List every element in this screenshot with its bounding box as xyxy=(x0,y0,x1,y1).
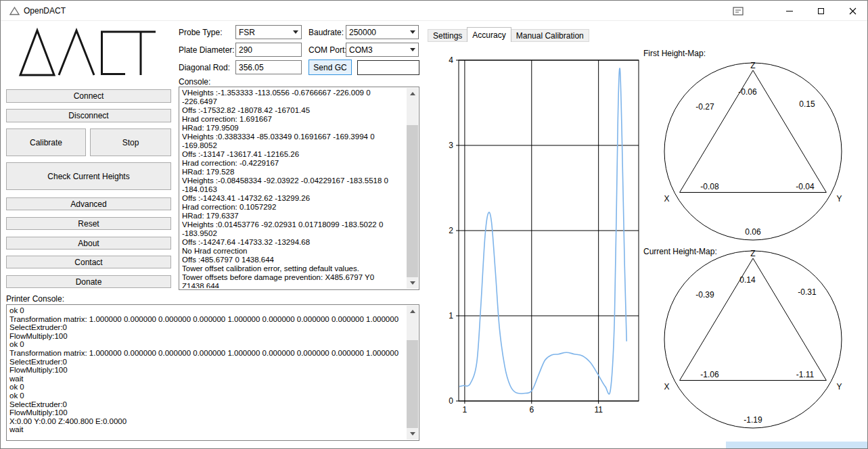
svg-text:-0.06: -0.06 xyxy=(738,87,757,97)
background-window-edge xyxy=(726,442,868,449)
dact-logo xyxy=(18,25,158,82)
svg-text:0.14: 0.14 xyxy=(739,275,756,285)
svg-text:0.06: 0.06 xyxy=(745,227,761,237)
svg-text:6: 6 xyxy=(529,405,534,415)
svg-text:11: 11 xyxy=(594,405,603,415)
probe-type-label: Probe Type: xyxy=(179,28,223,37)
minimize-icon xyxy=(786,11,793,11)
advanced-button[interactable]: Advanced xyxy=(6,197,171,210)
window-title: OpenDACT xyxy=(24,6,66,16)
maximize-button[interactable] xyxy=(805,1,837,21)
about-button[interactable]: About xyxy=(6,237,171,250)
maximize-icon xyxy=(818,8,824,14)
svg-text:Z: Z xyxy=(750,249,755,258)
svg-text:Y: Y xyxy=(836,194,842,204)
donate-button[interactable]: Donate xyxy=(6,275,171,288)
accuracy-chart: 012341611 xyxy=(438,53,649,424)
scrollbar-thumb[interactable] xyxy=(407,340,418,428)
com-port-label: COM Port: xyxy=(309,45,347,55)
titlebar-widget-icon[interactable] xyxy=(733,6,745,16)
plate-diameter-input[interactable] xyxy=(235,43,302,57)
printer-console-label: Printer Console: xyxy=(6,294,64,304)
svg-text:1: 1 xyxy=(463,405,467,415)
current-height-map: ZXY0.14-0.39-0.31-1.06-1.11-1.19 xyxy=(639,241,867,440)
svg-text:-0.08: -0.08 xyxy=(700,182,719,191)
gcode-input[interactable] xyxy=(357,60,419,75)
close-button[interactable] xyxy=(837,1,868,21)
check-current-heights-button[interactable]: Check Current Heights xyxy=(6,162,171,190)
svg-text:3: 3 xyxy=(449,141,453,150)
printer-console-text: ok 0 Transformation matrix: 1.000000 0.0… xyxy=(9,306,405,439)
svg-text:0.15: 0.15 xyxy=(799,99,815,109)
tab-bar: Settings Accuracy Manual Calibration xyxy=(428,27,589,42)
plate-diameter-label: Plate Diameter: xyxy=(179,45,235,55)
tab-accuracy[interactable]: Accuracy xyxy=(467,27,511,42)
svg-text:-0.31: -0.31 xyxy=(798,287,817,297)
svg-text:X: X xyxy=(664,194,670,204)
probe-type-select[interactable]: FSR xyxy=(235,25,302,39)
diagonal-rod-label: Diagonal Rod: xyxy=(179,63,230,72)
svg-text:-1.19: -1.19 xyxy=(744,415,762,425)
contact-button[interactable]: Contact xyxy=(6,256,171,268)
scroll-up-icon[interactable] xyxy=(407,306,418,317)
scroll-down-icon[interactable] xyxy=(407,428,418,440)
send-gc-button[interactable]: Send GC xyxy=(309,60,352,75)
svg-text:-1.06: -1.06 xyxy=(700,370,719,379)
app-window: OpenDACT Connect Disconnect Calibrate St… xyxy=(0,0,868,449)
svg-text:0: 0 xyxy=(449,396,453,406)
calibrate-button[interactable]: Calibrate xyxy=(6,128,86,156)
tab-settings[interactable]: Settings xyxy=(428,29,467,42)
chevron-down-icon xyxy=(290,26,301,39)
minimize-button[interactable] xyxy=(773,1,805,21)
chevron-down-icon xyxy=(407,43,418,56)
svg-text:-0.04: -0.04 xyxy=(796,182,815,191)
svg-text:Z: Z xyxy=(750,61,755,70)
svg-text:1: 1 xyxy=(449,311,453,321)
close-icon xyxy=(849,7,856,15)
svg-text:-0.39: -0.39 xyxy=(695,290,714,300)
diagonal-rod-input[interactable] xyxy=(235,60,302,74)
connect-button[interactable]: Connect xyxy=(6,89,171,103)
printer-console[interactable]: ok 0 Transformation matrix: 1.000000 0.0… xyxy=(6,304,419,441)
first-height-map: ZXY-0.06-0.270.15-0.08-0.040.06 xyxy=(639,53,867,252)
com-port-select[interactable]: COM3 xyxy=(346,43,419,57)
disconnect-button[interactable]: Disconnect xyxy=(6,109,171,122)
printer-console-scrollbar[interactable] xyxy=(407,306,418,440)
chevron-down-icon xyxy=(407,26,418,39)
scrollbar-thumb[interactable] xyxy=(407,125,418,277)
console-label: Console: xyxy=(179,77,210,87)
baudrate-value: 250000 xyxy=(349,28,376,37)
probe-type-value: FSR xyxy=(239,28,255,37)
console-text: VHeights :-1.353333 -113.0556 -0.6766667… xyxy=(182,89,405,288)
console-scrollbar[interactable] xyxy=(407,88,418,289)
scroll-down-icon[interactable] xyxy=(407,277,418,289)
com-port-value: COM3 xyxy=(349,45,373,55)
tab-manual-calibration[interactable]: Manual Calibration xyxy=(511,29,589,42)
svg-text:-1.11: -1.11 xyxy=(796,370,815,379)
baudrate-label: Baudrate: xyxy=(309,28,344,37)
svg-text:Y: Y xyxy=(836,382,842,392)
baudrate-select[interactable]: 250000 xyxy=(346,25,419,39)
svg-text:-0.27: -0.27 xyxy=(695,102,714,112)
app-icon xyxy=(9,5,20,16)
scroll-up-icon[interactable] xyxy=(407,88,418,99)
titlebar: OpenDACT xyxy=(1,1,867,21)
stop-button[interactable]: Stop xyxy=(90,128,171,156)
svg-text:4: 4 xyxy=(449,55,453,65)
svg-text:2: 2 xyxy=(449,226,453,235)
svg-text:X: X xyxy=(664,382,670,392)
console[interactable]: VHeights :-1.353333 -113.0556 -0.6766667… xyxy=(179,87,419,290)
reset-button[interactable]: Reset xyxy=(6,217,171,230)
